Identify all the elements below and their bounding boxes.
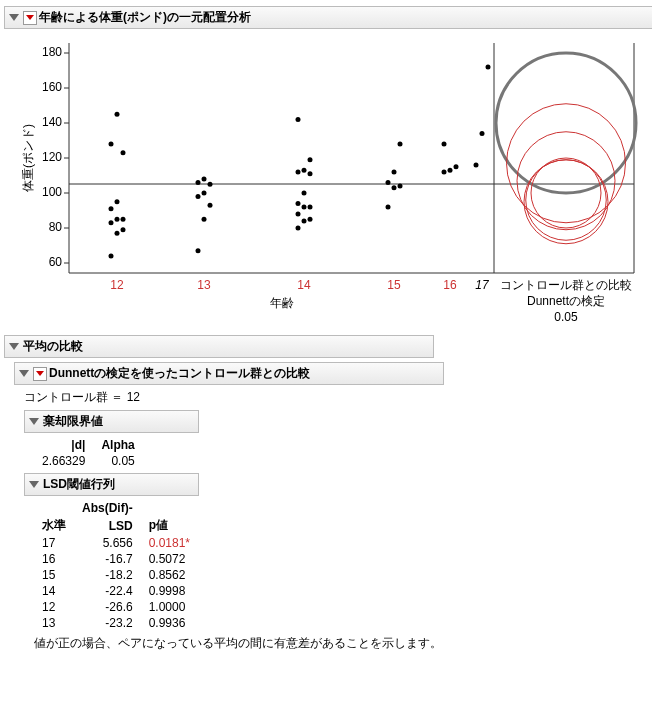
chart-svg: 60 80 100 120 140 160 180 体重(ポンド) 12 13 … (14, 33, 648, 333)
svg-point-66 (442, 170, 447, 175)
svg-point-50 (296, 212, 301, 217)
svg-point-59 (296, 117, 301, 122)
svg-text:14: 14 (297, 278, 311, 292)
svg-point-53 (296, 201, 301, 206)
svg-point-65 (398, 142, 403, 147)
table-row: 12-26.61.0000 (34, 599, 198, 615)
svg-point-33 (121, 217, 126, 222)
svg-point-68 (454, 164, 459, 169)
col-alpha: Alpha (93, 437, 142, 453)
lsd-table: Abs(Dif)- 水準 LSD p値 175.6560.0181*16-16.… (34, 500, 198, 631)
svg-text:Dunnettの検定: Dunnettの検定 (527, 294, 605, 308)
comparison-circles (496, 53, 636, 244)
svg-point-52 (308, 205, 313, 210)
svg-point-36 (121, 150, 126, 155)
svg-point-34 (109, 206, 114, 211)
svg-point-32 (115, 217, 120, 222)
svg-point-61 (392, 185, 397, 190)
svg-point-28 (109, 254, 114, 259)
svg-point-31 (109, 220, 114, 225)
table-row: 15-18.20.8562 (34, 567, 198, 583)
control-group-label: コントロール群 ＝ 12 (24, 389, 648, 406)
svg-text:80: 80 (49, 220, 63, 234)
col-p: p値 (141, 516, 198, 535)
val-d: 2.66329 (34, 453, 93, 469)
svg-point-54 (302, 191, 307, 196)
section-title-text: 年齢による体重(ポンド)の一元配置分析 (39, 9, 251, 26)
svg-point-73 (496, 53, 636, 193)
x-ticks: 12 13 14 15 16 17 (110, 278, 490, 292)
oneway-chart: 60 80 100 120 140 160 180 体重(ポンド) 12 13 … (14, 33, 648, 333)
svg-point-35 (115, 199, 120, 204)
svg-text:60: 60 (49, 255, 63, 269)
chevron-down-icon[interactable] (23, 11, 37, 25)
svg-point-30 (121, 227, 126, 232)
disclosure-icon[interactable] (19, 370, 29, 377)
svg-point-40 (202, 217, 207, 222)
chevron-down-icon[interactable] (33, 367, 47, 381)
col-level: 水準 (34, 516, 74, 535)
svg-text:16: 16 (443, 278, 457, 292)
y-axis-label: 体重(ポンド) (21, 124, 35, 192)
svg-point-71 (480, 131, 485, 136)
svg-text:12: 12 (110, 278, 124, 292)
svg-text:120: 120 (42, 150, 62, 164)
table-row: 16-16.70.5072 (34, 551, 198, 567)
svg-text:140: 140 (42, 115, 62, 129)
svg-point-72 (486, 65, 491, 70)
disclosure-icon[interactable] (9, 343, 19, 350)
svg-point-55 (308, 171, 313, 176)
section-lsd[interactable]: LSD閾値行列 (24, 473, 199, 496)
svg-point-47 (296, 226, 301, 231)
svg-point-56 (296, 170, 301, 175)
svg-point-51 (302, 205, 307, 210)
section-means-text: 平均の比較 (23, 338, 83, 355)
svg-point-60 (386, 205, 391, 210)
y-ticks: 60 80 100 120 140 160 180 (42, 45, 69, 269)
section-critical[interactable]: 棄却限界値 (24, 410, 199, 433)
val-alpha: 0.05 (93, 453, 142, 469)
critical-table: |d| Alpha 2.66329 0.05 (34, 437, 143, 469)
svg-point-42 (196, 194, 201, 199)
svg-text:0.05: 0.05 (554, 310, 578, 324)
table-row: 175.6560.0181* (34, 535, 198, 551)
svg-text:100: 100 (42, 185, 62, 199)
x-axis-label: 年齢 (270, 296, 294, 310)
table-row: 14-22.40.9998 (34, 583, 198, 599)
svg-point-37 (109, 142, 114, 147)
svg-point-75 (517, 132, 615, 230)
svg-text:コントロール群との比較: コントロール群との比較 (500, 278, 632, 292)
svg-point-58 (308, 157, 313, 162)
col-d: |d| (34, 437, 93, 453)
section-means[interactable]: 平均の比較 (4, 335, 434, 358)
svg-text:160: 160 (42, 80, 62, 94)
svg-text:17: 17 (475, 278, 490, 292)
data-points (109, 65, 491, 259)
col-diff-bot: LSD (74, 516, 141, 535)
svg-point-41 (208, 203, 213, 208)
svg-point-63 (386, 180, 391, 185)
svg-point-64 (392, 170, 397, 175)
svg-point-38 (115, 112, 120, 117)
section-dunnett[interactable]: Dunnettの検定を使ったコントロール群との比較 (14, 362, 444, 385)
section-main-title[interactable]: 年齢による体重(ポンド)の一元配置分析 (4, 6, 652, 29)
svg-point-67 (448, 168, 453, 173)
disclosure-icon[interactable] (29, 418, 39, 425)
section-dunnett-text: Dunnettの検定を使ったコントロール群との比較 (49, 365, 310, 382)
lsd-note: 値が正の場合、ペアになっている平均の間に有意差があることを示します。 (34, 635, 444, 651)
svg-point-70 (474, 163, 479, 168)
svg-point-62 (398, 184, 403, 189)
svg-text:180: 180 (42, 45, 62, 59)
svg-point-39 (196, 248, 201, 253)
svg-text:15: 15 (387, 278, 401, 292)
svg-point-43 (202, 191, 207, 196)
svg-point-45 (196, 180, 201, 185)
svg-point-57 (302, 168, 307, 173)
svg-point-69 (442, 142, 447, 147)
svg-point-44 (208, 182, 213, 187)
disclosure-icon[interactable] (9, 14, 19, 21)
svg-point-29 (115, 231, 120, 236)
svg-point-46 (202, 177, 207, 182)
disclosure-icon[interactable] (29, 481, 39, 488)
col-diff-top: Abs(Dif)- (74, 500, 141, 516)
